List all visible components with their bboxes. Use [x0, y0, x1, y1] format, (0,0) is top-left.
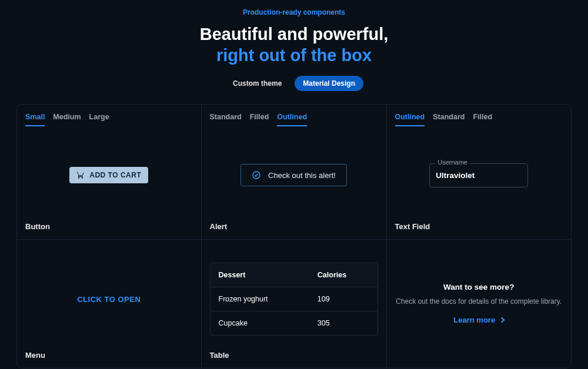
- card-table-label: Table: [210, 351, 378, 360]
- table-row: Cupcake 305: [211, 311, 377, 335]
- page-title: Beautiful and powerful, right out of the…: [0, 24, 588, 66]
- username-label: Username: [435, 159, 470, 166]
- card-textfield: Outlined Standard Filled Username Text F…: [387, 105, 572, 240]
- chip-custom-theme[interactable]: Custom theme: [225, 76, 290, 91]
- card-textfield-label: Text Field: [395, 222, 563, 231]
- tab-large[interactable]: Large: [89, 113, 109, 126]
- textfield-wrap: Username: [429, 163, 528, 187]
- more-title: Want to see more?: [443, 283, 514, 291]
- dessert-table: Dessert Calories Frozen yoghurt 109 Cupc…: [210, 263, 378, 336]
- card-more: Want to see more? Check out the docs for…: [387, 240, 572, 368]
- more-subtitle: Check out the docs for details of the co…: [396, 296, 562, 307]
- td-dessert: Cupcake: [211, 311, 309, 335]
- cart-icon: [76, 171, 85, 179]
- th-calories: Calories: [309, 263, 377, 287]
- card-button-label: Button: [25, 222, 193, 231]
- title-line1: Beautiful and powerful,: [0, 24, 588, 45]
- card-menu: CLICK TO OPEN Menu: [17, 240, 202, 368]
- chip-material-design[interactable]: Material Design: [295, 76, 363, 91]
- tab-small[interactable]: Small: [25, 113, 45, 126]
- check-circle-icon: [252, 170, 261, 180]
- title-line2: right out of the box: [0, 45, 588, 66]
- username-input[interactable]: [429, 163, 528, 187]
- card-button: Small Medium Large ADD TO CART Button: [17, 105, 202, 240]
- card-table: Dessert Calories Frozen yoghurt 109 Cupc…: [202, 240, 387, 368]
- alert-outlined: Check out this alert!: [240, 164, 347, 186]
- showcase-grid: Small Medium Large ADD TO CART Button St…: [16, 104, 572, 368]
- overline: Production-ready components: [0, 8, 588, 16]
- td-calories: 305: [309, 311, 377, 335]
- tab-tf-filled[interactable]: Filled: [473, 113, 492, 126]
- click-to-open-button[interactable]: CLICK TO OPEN: [77, 295, 141, 304]
- card-alert-label: Alert: [210, 222, 378, 231]
- tab-outlined[interactable]: Outlined: [277, 113, 307, 126]
- td-dessert: Frozen yoghurt: [211, 287, 309, 311]
- tab-filled[interactable]: Filled: [250, 113, 269, 126]
- alert-text: Check out this alert!: [268, 171, 336, 180]
- add-to-cart-label: ADD TO CART: [89, 171, 141, 179]
- add-to-cart-button[interactable]: ADD TO CART: [69, 167, 148, 183]
- tab-tf-standard[interactable]: Standard: [433, 113, 465, 126]
- tab-tf-outlined[interactable]: Outlined: [395, 113, 425, 126]
- tab-standard[interactable]: Standard: [210, 113, 242, 126]
- th-dessert: Dessert: [211, 263, 309, 287]
- td-calories: 109: [309, 287, 377, 311]
- learn-more-label: Learn more: [453, 316, 495, 324]
- learn-more-button[interactable]: Learn more: [453, 316, 504, 324]
- card-menu-label: Menu: [25, 351, 193, 360]
- chevron-right-icon: [499, 317, 505, 323]
- tab-medium[interactable]: Medium: [53, 113, 81, 126]
- card-alert: Standard Filled Outlined Check out this …: [202, 105, 387, 240]
- table-row: Frozen yoghurt 109: [211, 287, 377, 311]
